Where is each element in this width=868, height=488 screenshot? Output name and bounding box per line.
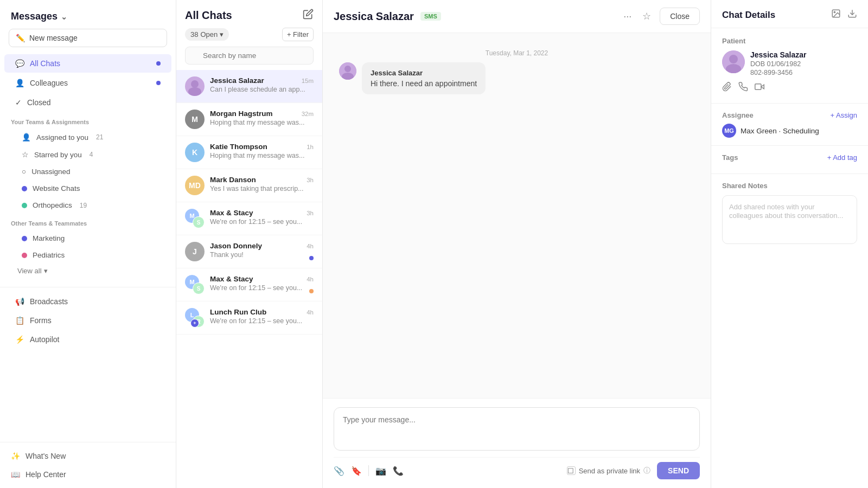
chevron-down-icon-small: ▾ — [44, 267, 48, 275]
assignee-section: Assignee + Assign MG Max Green · Schedul… — [711, 104, 868, 146]
sidebar-item-autopilot[interactable]: ⚡ Autopilot — [4, 330, 171, 349]
patient-phone: 802-899-3456 — [750, 69, 807, 76]
chat-avatar-group-2: M S — [185, 275, 205, 294]
open-filter-badge[interactable]: 38 Open ▾ — [185, 28, 229, 41]
view-all-button[interactable]: View all ▾ — [0, 264, 176, 278]
forms-icon: 📋 — [15, 316, 24, 325]
chat-details-title: Chat Details — [722, 10, 775, 21]
chat-item-jason-donnely[interactable]: J Jason Donnely Thank you! 4h — [176, 235, 322, 268]
info-icon: ⓘ — [643, 466, 650, 476]
chat-item-morgan-hagstrum[interactable]: M Morgan Hagstrum Hoping that my message… — [176, 103, 322, 136]
sidebar-title: Messages — [11, 11, 58, 22]
help-icon: 📖 — [11, 470, 20, 479]
sidebar-item-pediatrics[interactable]: Pediatrics — [4, 247, 171, 263]
chat-avatar-mark: MD — [185, 176, 205, 195]
paperclip-icon[interactable] — [722, 82, 732, 94]
autopilot-icon: ⚡ — [15, 335, 24, 344]
compose-icon: ✏️ — [16, 34, 25, 42]
svg-point-3 — [344, 66, 351, 72]
sidebar-item-colleagues[interactable]: 👤 Colleagues — [4, 74, 171, 92]
patient-info: Jessica Salazar DOB 01/06/1982 802-899-3… — [722, 50, 857, 76]
message-row: Jessica Salazar Hi there. I need an appo… — [339, 62, 694, 94]
orthopedics-dot — [22, 203, 27, 208]
check-icon: ✓ — [15, 98, 22, 107]
chat-avatar-jason: J — [185, 242, 205, 261]
sidebar-item-unassigned[interactable]: ○ Unassigned — [4, 164, 171, 179]
chat-icon: 💬 — [15, 59, 24, 68]
sidebar-item-starred-by-you[interactable]: ☆ Starred by you 4 — [4, 146, 171, 163]
patient-actions — [722, 82, 857, 94]
attachment-icon[interactable]: 📎 — [334, 466, 344, 476]
sidebar-item-broadcasts[interactable]: 📢 Broadcasts — [4, 292, 171, 311]
chat-list-header: All Chats — [176, 0, 322, 28]
all-chats-dot — [156, 61, 161, 66]
image-icon[interactable] — [831, 9, 841, 21]
chat-item-katie-thompson[interactable]: K Katie Thompson Hoping that my message … — [176, 136, 322, 169]
chat-item-max-stacy-2[interactable]: M S Max & Stacy We're on for 12:15 – see… — [176, 268, 322, 301]
tags-section: Tags + Add tag — [711, 146, 868, 174]
search-bar: 🔍 — [176, 47, 322, 70]
open-label: Open — [200, 30, 218, 38]
other-section-title: Other Teams & Teammates — [0, 214, 176, 230]
chat-messages: Tuesday, Mar 1, 2022 Jessica Salazar Hi … — [323, 33, 711, 398]
sidebar-item-assigned-to-you[interactable]: 👤 Assigned to you 21 — [4, 129, 171, 145]
open-count: 38 — [190, 30, 198, 38]
chevron-down-icon: ⌄ — [61, 12, 67, 21]
svg-point-6 — [834, 11, 835, 12]
sidebar-item-marketing[interactable]: Marketing — [4, 230, 171, 246]
send-button[interactable]: SEND — [657, 462, 700, 479]
chat-list: Jessica Salazar Can I please schedule an… — [176, 70, 322, 488]
svg-point-9 — [729, 55, 738, 63]
more-options-button[interactable]: ··· — [621, 9, 634, 24]
chat-item-lunch-run-club[interactable]: L R + Lunch Run Club We're on for 12:15 … — [176, 301, 322, 335]
sidebar-item-help-center[interactable]: 📖 Help Center — [0, 465, 176, 484]
sidebar-item-closed[interactable]: ✓ Closed — [4, 93, 171, 112]
chat-input-area: 📎 🔖 📷 📞 ☐ Send as private link ⓘ SEND — [323, 398, 711, 488]
assign-link[interactable]: + Assign — [830, 111, 857, 119]
sidebar-item-whats-new[interactable]: ✨ What's New — [0, 447, 176, 465]
chat-item-max-stacy-1[interactable]: M S Max & Stacy We're on for 12:15 – see… — [176, 202, 322, 235]
sidebar-item-forms[interactable]: 📋 Forms — [4, 311, 171, 330]
tags-section-row: Tags + Add tag — [722, 153, 857, 162]
whats-new-icon: ✨ — [11, 452, 20, 460]
close-chat-button[interactable]: Close — [660, 8, 700, 25]
assignee-info: MG Max Green · Scheduling — [722, 124, 857, 138]
phone-call-icon[interactable] — [738, 82, 748, 94]
colleagues-dot — [156, 81, 161, 85]
chat-content-lunch-run-club: Lunch Run Club We're on for 12:15 – see … — [210, 308, 314, 325]
chat-avatar-group-3: L R + — [185, 308, 205, 328]
video-call-icon[interactable] — [755, 82, 764, 94]
sidebar-item-website-chats[interactable]: Website Chats — [4, 181, 171, 196]
phone-icon[interactable]: 📞 — [393, 466, 404, 476]
svg-rect-12 — [755, 84, 761, 90]
bookmark-icon[interactable]: 🔖 — [351, 466, 362, 476]
unread-dot-max-stacy-2 — [309, 289, 314, 293]
download-icon[interactable] — [847, 9, 857, 21]
chat-item-mark-danson[interactable]: MD Mark Danson Yes I was taking that pre… — [176, 169, 322, 202]
circle-icon: ○ — [22, 168, 26, 176]
star-button[interactable]: ☆ — [640, 8, 653, 24]
video-icon[interactable]: 📷 — [375, 466, 386, 476]
message-avatar — [339, 62, 356, 80]
notes-placeholder: Add shared notes with your colleagues ab… — [729, 203, 843, 220]
sidebar-item-all-chats[interactable]: 💬 All Chats — [4, 54, 171, 73]
chat-avatar-group-1: M S — [185, 209, 205, 228]
teams-section-title: Your Teams & Assignments — [0, 112, 176, 129]
search-input[interactable] — [185, 47, 314, 65]
edit-icon[interactable] — [303, 9, 314, 22]
chat-input-box — [334, 407, 700, 451]
chevron-badge-icon: ▾ — [220, 30, 224, 38]
chat-avatar-jessica — [185, 76, 205, 96]
chat-item-jessica-salazar[interactable]: Jessica Salazar Can I please schedule an… — [176, 70, 322, 103]
assignee-name: Max Green · Scheduling — [741, 127, 819, 135]
chat-main-header: Jessica Salazar SMS ··· ☆ Close — [323, 0, 711, 33]
message-input[interactable] — [343, 415, 691, 424]
private-link-toggle[interactable]: ☐ Send as private link ⓘ — [567, 466, 650, 476]
add-tag-link[interactable]: + Add tag — [827, 153, 857, 162]
assignee-section-row: Assignee + Assign — [722, 111, 857, 119]
new-message-button[interactable]: ✏️ New message — [9, 29, 167, 47]
sidebar-item-orthopedics[interactable]: Orthopedics 19 — [4, 197, 171, 213]
filter-button[interactable]: + Filter — [282, 28, 314, 41]
broadcasts-icon: 📢 — [15, 297, 24, 306]
private-checkbox[interactable]: ☐ — [567, 466, 576, 475]
